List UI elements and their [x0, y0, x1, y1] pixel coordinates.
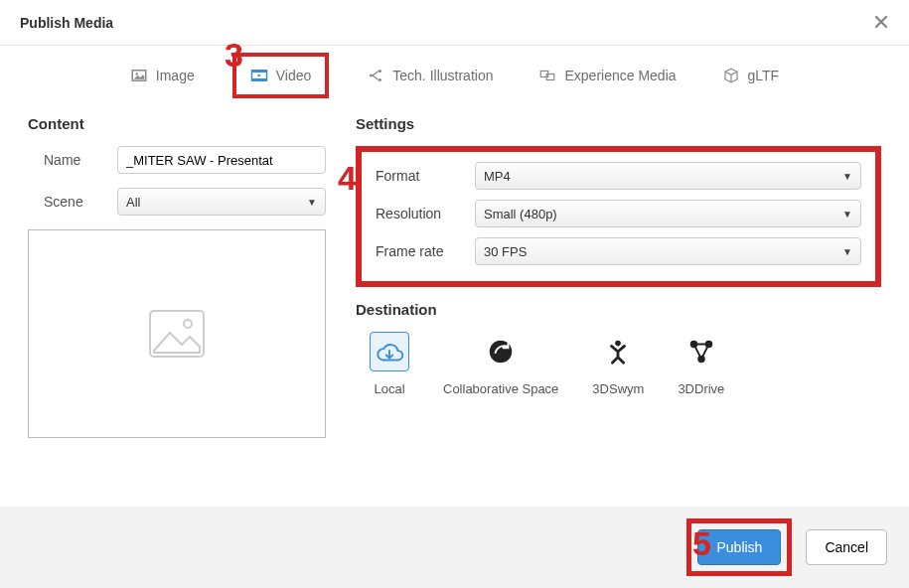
content-heading: Content — [28, 115, 326, 132]
chevron-down-icon: ▼ — [842, 171, 852, 182]
chevron-down-icon: ▼ — [842, 209, 852, 220]
destination-row: Local Collaborative Space 3DSwym — [370, 332, 881, 396]
settings-column: Settings Format MP4 ▼ Resolution Small (… — [356, 115, 881, 438]
settings-heading: Settings — [356, 115, 881, 132]
close-icon[interactable] — [873, 10, 889, 36]
tab-video[interactable]: Video — [232, 53, 330, 98]
tab-label: Tech. Illustration — [392, 68, 493, 83]
video-icon — [250, 67, 268, 84]
drive-icon — [682, 332, 721, 371]
resolution-row: Resolution Small (480p) ▼ — [376, 200, 861, 227]
swym-icon — [598, 332, 638, 371]
collab-space-icon — [481, 332, 521, 371]
tab-tech-illustration[interactable]: Tech. Illustration — [359, 61, 501, 90]
format-value: MP4 — [484, 169, 511, 184]
tab-label: Video — [276, 68, 312, 83]
publish-button[interactable]: Publish — [697, 529, 781, 565]
svg-point-7 — [379, 78, 381, 81]
scene-field-row: Scene All ▼ — [28, 188, 326, 216]
dialog-body: Content Name Scene All ▼ — [0, 95, 909, 448]
tab-image[interactable]: Image — [122, 61, 203, 90]
destination-label: Local — [374, 381, 404, 396]
format-label: Format — [376, 168, 475, 184]
settings-group: Format MP4 ▼ Resolution Small (480p) ▼ F… — [356, 146, 881, 287]
dialog-footer: Publish Cancel — [0, 507, 909, 588]
name-label: Name — [28, 152, 117, 168]
svg-point-1 — [135, 73, 137, 74]
name-field-row: Name — [28, 146, 326, 174]
svg-rect-3 — [251, 71, 266, 73]
destination-3ddrive[interactable]: 3DDrive — [678, 332, 724, 396]
svg-rect-4 — [251, 78, 266, 80]
destination-collab-space[interactable]: Collaborative Space — [443, 332, 558, 396]
tech-illustration-icon — [367, 67, 384, 84]
framerate-label: Frame rate — [376, 243, 475, 259]
cancel-button[interactable]: Cancel — [806, 529, 887, 565]
tab-bar: Image Video Tech. Illustration Experienc… — [0, 46, 909, 95]
destination-local[interactable]: Local — [370, 332, 409, 396]
destination-label: Collaborative Space — [443, 381, 558, 396]
scene-dropdown[interactable]: All ▼ — [117, 188, 326, 216]
gltf-icon — [722, 67, 740, 84]
destination-heading: Destination — [356, 301, 881, 318]
content-column: Content Name Scene All ▼ — [28, 115, 326, 438]
publish-button-highlight: Publish — [686, 518, 792, 576]
tab-gltf[interactable]: gLTF — [714, 61, 788, 90]
tab-label: Image — [156, 68, 195, 83]
svg-point-13 — [616, 341, 622, 347]
framerate-row: Frame rate 30 FPS ▼ — [376, 237, 861, 265]
tab-label: gLTF — [748, 68, 780, 83]
svg-point-5 — [370, 74, 373, 77]
image-icon — [130, 67, 148, 84]
framerate-value: 30 FPS — [484, 244, 527, 259]
scene-value: All — [126, 195, 140, 210]
tab-label: Experience Media — [564, 68, 676, 83]
scene-label: Scene — [28, 194, 117, 210]
tab-experience-media[interactable]: Experience Media — [530, 61, 683, 90]
destination-label: 3DSwym — [592, 381, 644, 396]
destination-3dswym[interactable]: 3DSwym — [592, 332, 644, 396]
dialog-header: Publish Media — [0, 0, 909, 46]
svg-point-6 — [379, 70, 381, 73]
resolution-label: Resolution — [376, 206, 475, 221]
experience-media-icon — [538, 67, 556, 84]
name-input[interactable] — [117, 146, 326, 174]
publish-media-dialog: Publish Media Image Video Tech. Illustra… — [0, 0, 909, 588]
dialog-title: Publish Media — [20, 15, 113, 31]
svg-point-11 — [184, 320, 192, 328]
chevron-down-icon: ▼ — [842, 246, 852, 257]
preview-box — [28, 229, 326, 438]
framerate-dropdown[interactable]: 30 FPS ▼ — [475, 237, 861, 265]
local-icon — [370, 332, 409, 371]
format-dropdown[interactable]: MP4 ▼ — [475, 162, 861, 190]
resolution-dropdown[interactable]: Small (480p) ▼ — [475, 200, 861, 227]
chevron-down-icon: ▼ — [307, 197, 317, 208]
destination-label: 3DDrive — [678, 381, 724, 396]
svg-rect-10 — [150, 311, 204, 357]
format-row: Format MP4 ▼ — [376, 162, 861, 190]
resolution-value: Small (480p) — [484, 207, 557, 221]
image-placeholder-icon — [148, 309, 206, 359]
